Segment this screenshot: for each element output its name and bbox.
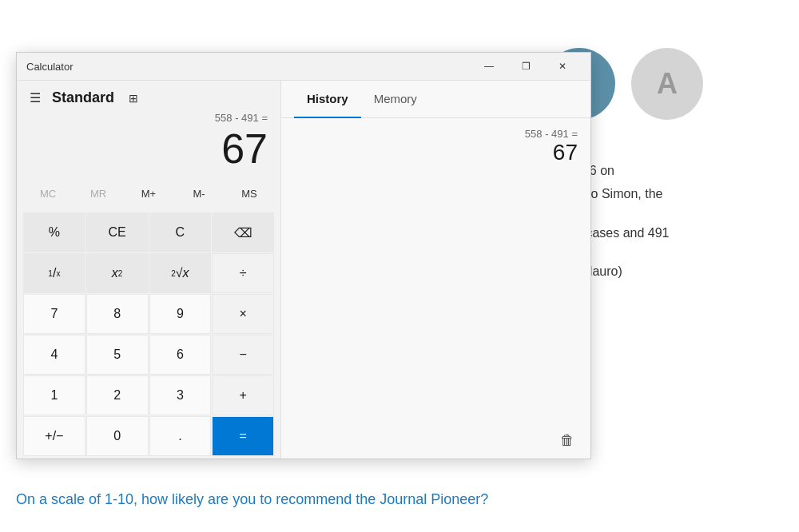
- calc-mode-title: Standard: [52, 89, 114, 106]
- sqrt-button[interactable]: 2√x: [149, 253, 212, 293]
- history-content: 558 - 491 = 67: [281, 118, 590, 423]
- equals-button[interactable]: =: [212, 416, 274, 456]
- four-button[interactable]: 4: [23, 335, 85, 375]
- mr-button[interactable]: MR: [74, 181, 123, 206]
- window-title: Calculator: [26, 61, 74, 73]
- two-button[interactable]: 2: [86, 375, 149, 415]
- title-bar-controls: — ❐ ✕: [471, 54, 581, 78]
- add-button[interactable]: +: [212, 375, 274, 415]
- negate-button[interactable]: +/−: [23, 416, 85, 456]
- expand-button[interactable]: ⊞: [125, 89, 141, 108]
- calc-body: ☰ Standard ⊞ 558 - 491 = 67 MC MR M+ M- …: [17, 81, 590, 459]
- bottom-question: On a scale of 1-10, how likely are you t…: [16, 491, 783, 508]
- one-button[interactable]: 1: [23, 375, 85, 415]
- mplus-button[interactable]: M+: [124, 181, 173, 206]
- title-bar: Calculator — ❐ ✕: [17, 53, 590, 81]
- percent-button[interactable]: %: [23, 212, 85, 252]
- tab-memory[interactable]: Memory: [361, 81, 430, 118]
- calculator-window: Calculator — ❐ ✕ ☰ Standard ⊞ 558 - 491 …: [16, 52, 591, 459]
- maximize-button[interactable]: ❐: [507, 54, 544, 78]
- mc-button[interactable]: MC: [23, 181, 73, 206]
- close-button[interactable]: ✕: [544, 54, 581, 78]
- button-grid: % CE C ⌫ 1/x x2 2√x ÷ 7 8 9 × 4 5 6 −: [17, 209, 280, 459]
- subtract-button[interactable]: −: [212, 335, 274, 375]
- history-tabs: History Memory: [281, 81, 590, 118]
- clear-history-button[interactable]: 🗑: [554, 429, 581, 452]
- multiply-button[interactable]: ×: [212, 294, 274, 334]
- calc-result: 67: [30, 126, 268, 172]
- eight-button[interactable]: 8: [86, 294, 149, 334]
- decimal-button[interactable]: .: [149, 416, 212, 456]
- title-bar-left: Calculator: [26, 61, 74, 73]
- nine-button[interactable]: 9: [149, 294, 212, 334]
- six-button[interactable]: 6: [149, 335, 212, 375]
- clear-button[interactable]: C: [149, 212, 212, 252]
- calc-expression: 558 - 491 =: [30, 112, 268, 126]
- history-value: 67: [294, 140, 578, 165]
- history-footer: 🗑: [281, 423, 590, 459]
- calc-header: ☰ Standard ⊞: [17, 81, 280, 112]
- history-entry: 558 - 491 = 67: [294, 128, 578, 165]
- reciprocal-button[interactable]: 1/x: [23, 253, 85, 293]
- calc-display: 558 - 491 = 67: [17, 112, 280, 178]
- avatar-gray: A: [631, 48, 703, 120]
- backspace-button[interactable]: ⌫: [212, 212, 274, 252]
- ce-button[interactable]: CE: [86, 212, 149, 252]
- five-button[interactable]: 5: [86, 335, 149, 375]
- hamburger-button[interactable]: ☰: [26, 87, 44, 109]
- calc-left-panel: ☰ Standard ⊞ 558 - 491 = 67 MC MR M+ M- …: [17, 81, 280, 459]
- square-button[interactable]: x2: [86, 253, 149, 293]
- zero-button[interactable]: 0: [86, 416, 149, 456]
- minimize-button[interactable]: —: [471, 54, 507, 78]
- mminus-button[interactable]: M-: [174, 181, 224, 206]
- history-expression: 558 - 491 =: [294, 128, 578, 140]
- seven-button[interactable]: 7: [23, 294, 85, 334]
- three-button[interactable]: 3: [149, 375, 212, 415]
- calc-right-panel: History Memory 558 - 491 = 67 🗑: [280, 81, 590, 459]
- ms-button[interactable]: MS: [225, 181, 274, 206]
- divide-button[interactable]: ÷: [212, 253, 274, 293]
- memory-row: MC MR M+ M- MS: [17, 178, 280, 209]
- tab-history[interactable]: History: [294, 81, 361, 118]
